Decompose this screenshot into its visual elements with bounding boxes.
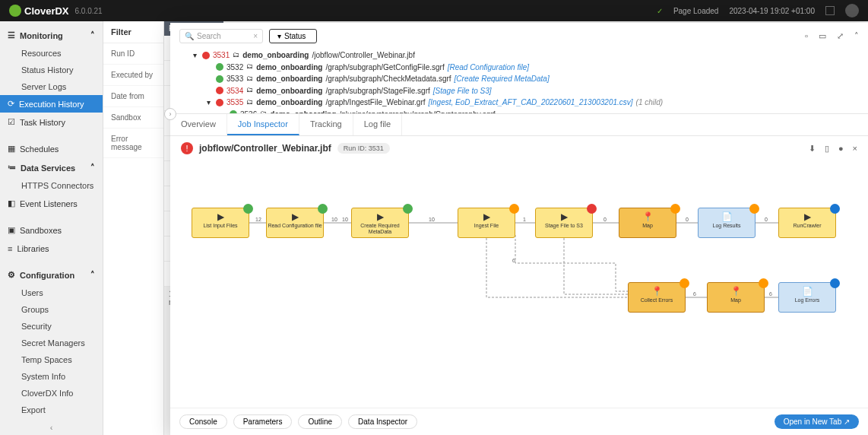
file-icon: 🗂 — [246, 85, 253, 96]
sidebar-group-configuration[interactable]: ⚙Configuration˄ — [0, 265, 103, 284]
sidebar-item-groups[interactable]: Groups — [0, 301, 103, 318]
tree-row[interactable]: ▾3535🗂demo_onboarding/graph/IngestFile_W… — [193, 97, 856, 109]
diagram-node[interactable]: ▶List Input Files — [192, 208, 249, 238]
error-status-icon — [216, 99, 223, 106]
status-filter-button[interactable]: ▾Status — [269, 29, 317, 43]
edge-count: 10 — [331, 217, 337, 222]
file-icon: 🗂 — [246, 74, 253, 84]
add-icon[interactable]: ▫ — [805, 31, 808, 41]
tab-tracking[interactable]: Tracking — [299, 114, 353, 135]
presence-icon[interactable] — [825, 6, 835, 15]
sidebar-item-event-listeners[interactable]: ◧Event Listeners — [0, 194, 103, 213]
diagram-node[interactable]: 📄Log Results — [698, 208, 756, 238]
parameters-button[interactable]: Parameters — [233, 414, 293, 429]
edge-count: 0 — [603, 217, 607, 222]
filter-sandbox[interactable]: Sandbox — [103, 107, 163, 129]
diagram-node[interactable]: ▶Create Required MetaData — [351, 208, 409, 238]
sidebar-item-sandboxes[interactable]: ▣Sandboxes — [0, 221, 103, 240]
error-status-icon: ! — [181, 142, 193, 154]
diagram-node[interactable]: 📍Map — [707, 282, 765, 313]
tree-row[interactable]: 3534🗂demo_onboarding/graph/subgraph/Stag… — [193, 85, 856, 97]
panel-toggle-button[interactable]: › — [164, 108, 176, 120]
app-version: 6.0.0.21 — [75, 7, 103, 15]
sidebar-item-cloverdx-info[interactable]: CloverDX Info — [0, 385, 103, 402]
diagram-node[interactable]: ▶Read Configuration file — [266, 208, 324, 238]
node-status-badge — [680, 278, 689, 288]
diagram-node[interactable]: ▶Ingest File — [458, 208, 515, 238]
search-input[interactable]: 🔍 Search × — [179, 29, 263, 43]
caret-icon[interactable]: ▾ — [193, 49, 199, 62]
sidebar-item-libraries[interactable]: ≡Libraries — [0, 240, 103, 258]
sandbox-icon: ▣ — [8, 225, 15, 235]
sidebar-item-status-history[interactable]: Status History — [0, 62, 103, 78]
node-status-badge — [403, 204, 413, 214]
caret-icon[interactable]: ▾ — [207, 97, 213, 109]
sidebar-item-resources[interactable]: Resources — [0, 45, 103, 62]
sidebar-item-https-connectors[interactable]: HTTPS Connectors — [0, 177, 103, 194]
diagram-node[interactable]: 📍Collect Errors — [628, 282, 686, 313]
sidebar-item-export[interactable]: Export — [0, 402, 103, 418]
node-label: Stage File to S3 — [536, 223, 592, 229]
node-icon: ▶ — [267, 211, 323, 222]
sidebar-item-execution-history[interactable]: ⟳Execution History — [0, 95, 103, 113]
tab-overview[interactable]: Overview — [170, 114, 227, 135]
sidebar-item-temp-spaces[interactable]: Temp Spaces — [0, 351, 103, 368]
download-icon[interactable]: ⬇ — [809, 144, 816, 154]
user-avatar-icon[interactable] — [845, 4, 859, 17]
tree-sandbox: demo_onboarding — [256, 73, 322, 85]
filter-error-message[interactable]: Error message — [103, 129, 163, 158]
check-icon: ✓ — [657, 7, 663, 15]
chevron-up-icon: ˄ — [90, 30, 95, 40]
tree-row[interactable]: 3533🗂demo_onboarding/graph/subgraph/Chec… — [193, 73, 856, 85]
sidebar-item-server-logs[interactable]: Server Logs — [0, 78, 103, 95]
copy-icon[interactable]: ▯ — [825, 144, 829, 154]
minimize-icon[interactable]: ▭ — [819, 31, 826, 41]
app-logo[interactable]: CloverDX 6.0.0.21 — [9, 5, 103, 17]
tab-log-file[interactable]: Log file — [353, 114, 402, 135]
file-icon: 🗂 — [246, 62, 253, 72]
sidebar-collapse-button[interactable]: ‹ — [0, 418, 103, 435]
expand-icon[interactable]: ⤢ — [837, 31, 844, 41]
node-icon: ▶ — [779, 211, 835, 222]
node-label: Log Results — [699, 223, 755, 229]
sidebar-item-security[interactable]: Security — [0, 318, 103, 335]
edge-count: 12 — [255, 217, 261, 222]
clear-icon[interactable]: × — [253, 32, 258, 40]
sidebar-item-secret-managers[interactable]: Secret Managers — [0, 335, 103, 351]
tree-row[interactable]: 3532🗂demo_onboarding/graph/subgraph/GetC… — [193, 62, 856, 74]
run-icon[interactable]: ● — [838, 144, 844, 154]
close-icon[interactable]: × — [853, 144, 857, 154]
tree-meta: (1 child) — [636, 97, 664, 109]
edge-count: 10 — [429, 217, 435, 222]
tab-job-inspector[interactable]: Job Inspector — [227, 114, 299, 135]
sidebar-item-system-info[interactable]: System Info — [0, 368, 103, 385]
node-label: Create Required MetaData — [352, 223, 408, 234]
console-button[interactable]: Console — [179, 414, 227, 429]
sidebar-item-users[interactable]: Users — [0, 284, 103, 301]
diagram-node[interactable]: ▶RunCrawler — [778, 208, 836, 238]
filter-run-id[interactable]: Run ID — [103, 43, 163, 65]
diagram-node[interactable]: 📄Log Errors — [778, 282, 836, 313]
edge-count: 0 — [765, 217, 768, 222]
history-icon: ⟳ — [8, 99, 14, 109]
sidebar-item-schedules[interactable]: ▦Schedules — [0, 139, 103, 158]
chevron-up-icon[interactable]: ˄ — [854, 31, 859, 41]
sidebar-item-task-history[interactable]: ☑Task History — [0, 113, 103, 132]
jobflow-diagram[interactable]: ▶List Input Files▶Read Configuration fil… — [170, 160, 868, 408]
chevron-up-icon: ˄ — [90, 163, 95, 173]
diagram-node[interactable]: ▶Stage File to S3 — [535, 208, 593, 238]
outline-button[interactable]: Outline — [298, 414, 342, 429]
data-inspector-button[interactable]: Data Inspector — [348, 414, 417, 429]
filter-executed-by[interactable]: Executed by — [103, 65, 163, 86]
diagram-node[interactable]: 📍Map — [619, 208, 676, 238]
filter-date-from[interactable]: Date from — [103, 86, 163, 107]
open-new-tab-button[interactable]: Open in New Tab ↗ — [775, 414, 859, 429]
edge-count: 1 — [523, 217, 526, 222]
sidebar-group-data-services[interactable]: ≔Data Services˄ — [0, 158, 103, 177]
sidebar-group-monitoring[interactable]: ☰Monitoring˄ — [0, 26, 103, 45]
node-label: List Input Files — [192, 223, 249, 229]
task-icon: ☑ — [8, 117, 15, 127]
tree-row[interactable]: ▾3531🗂demo_onboarding/jobflow/Controller… — [193, 49, 856, 62]
filter-panel: Filter Run ID Executed by Date from Sand… — [103, 21, 164, 435]
job-header: ! jobflow/Controller_Webinar.jbf Run ID:… — [170, 136, 868, 160]
